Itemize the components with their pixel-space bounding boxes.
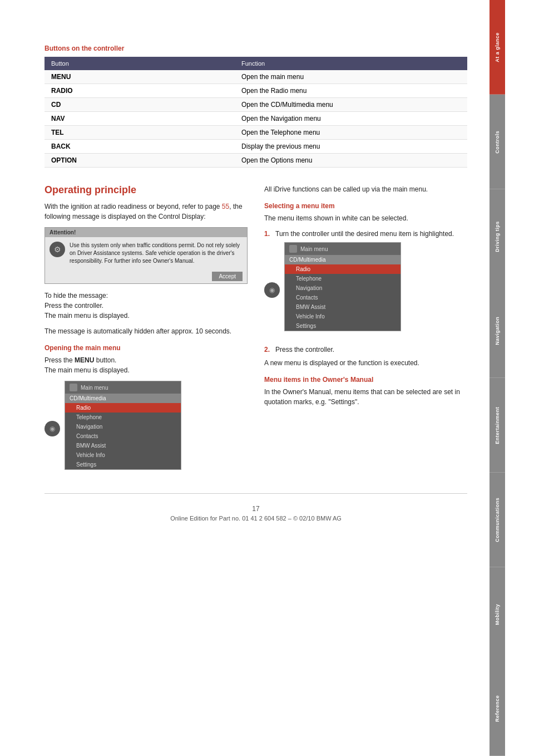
menu-screenshot-right-wrapper: ◉ Main menu CD/MultimediaRadioTelephoneN…: [264, 242, 467, 338]
opening-main-menu-heading: Opening the main menu: [44, 344, 248, 352]
button-cell: MENU: [44, 70, 235, 84]
menu-item: Contacts: [285, 293, 400, 302]
table-row: NAVOpen the Navigation menu: [44, 112, 467, 126]
step-1-num: 1.: [264, 229, 272, 239]
owners-manual-heading: Menu items in the Owner's Manual: [264, 376, 467, 384]
function-cell: Open the main menu: [235, 70, 467, 84]
attention-box: Attention! ⚙ Use this system only when t…: [44, 227, 248, 284]
function-cell: Display the previous menu: [235, 140, 467, 154]
menu-items-left: CD/MultimediaRadioTelephoneNavigationCon…: [65, 394, 181, 469]
right-column: All iDrive functions can be called up vi…: [264, 184, 467, 482]
attention-text: Use this system only when traffic condit…: [70, 242, 243, 265]
menu-item: BMW Assist: [65, 441, 181, 450]
after-step2-text: A new menu is displayed or the function …: [264, 358, 467, 368]
table-row: RADIOOpen the Radio menu: [44, 84, 467, 98]
button-cell: NAV: [44, 112, 235, 126]
step-1: 1. Turn the controller until the desired…: [264, 229, 467, 239]
sidebar-tabs: At a glance Controls Driving tips Naviga…: [490, 0, 505, 756]
menu-item: CD/Multimedia: [285, 255, 400, 264]
page-ref[interactable]: 55: [222, 203, 229, 210]
sidebar-tab-entertainment[interactable]: Entertainment: [490, 378, 505, 473]
attention-footer: Accept: [45, 269, 247, 283]
table-row: OPTIONOpen the Options menu: [44, 154, 467, 168]
intro-paragraph: With the ignition at radio readiness or …: [44, 202, 248, 222]
sidebar-tab-driving-tips[interactable]: Driving tips: [490, 189, 505, 284]
menu-item: Navigation: [285, 283, 400, 293]
page-number: 17: [44, 505, 467, 513]
sidebar-tab-controls[interactable]: Controls: [490, 95, 505, 189]
menu-header-text-right: Main menu: [300, 246, 328, 252]
steps-list-2: 2. Press the controller.: [264, 345, 467, 355]
buttons-table: Button Function MENUOpen the main menuRA…: [44, 57, 467, 168]
table-row: BACKDisplay the previous menu: [44, 140, 467, 154]
button-cell: OPTION: [44, 154, 235, 168]
sidebar-tab-reference[interactable]: Reference: [490, 661, 505, 756]
table-row: CDOpen the CD/Multimedia menu: [44, 98, 467, 112]
sidebar-tab-at-a-glance[interactable]: At a glance: [490, 0, 505, 95]
menu-screenshot-right: Main menu CD/MultimediaRadioTelephoneNav…: [284, 242, 401, 331]
operating-principle-title: Operating principle: [44, 184, 248, 196]
attention-header: Attention!: [45, 228, 247, 237]
attention-body: ⚙ Use this system only when traffic cond…: [45, 237, 247, 269]
selecting-heading: Selecting a menu item: [264, 202, 467, 210]
menu-item: Vehicle Info: [285, 312, 400, 321]
menu-item: Telephone: [65, 413, 181, 422]
menu-item: Telephone: [285, 274, 400, 283]
menu-header-right: Main menu: [285, 243, 400, 255]
menu-header-left: Main menu: [65, 381, 181, 394]
step-2: 2. Press the controller.: [264, 345, 467, 355]
menu-item: CD/Multimedia: [65, 394, 181, 403]
button-cell: CD: [44, 98, 235, 112]
menu-button-label: MENU: [75, 356, 94, 364]
sidebar: At a glance Controls Driving tips Naviga…: [490, 0, 505, 756]
table-row: TELOpen the Telephone menu: [44, 126, 467, 140]
main-content: Buttons on the controller Button Functio…: [0, 0, 490, 756]
owners-manual-text: In the Owner's Manual, menu items that c…: [264, 387, 467, 407]
menu-header-text-left: Main menu: [81, 385, 108, 391]
col-header-function: Function: [235, 57, 467, 70]
menu-items-right: CD/MultimediaRadioTelephoneNavigationCon…: [285, 255, 400, 331]
function-cell: Open the Navigation menu: [235, 112, 467, 126]
function-cell: Open the CD/Multimedia menu: [235, 98, 467, 112]
sidebar-tab-mobility[interactable]: Mobility: [490, 567, 505, 662]
function-cell: Open the Telephone menu: [235, 126, 467, 140]
menu-header-icon-right: [289, 245, 297, 253]
menu-item: Settings: [65, 460, 181, 469]
buttons-section-title: Buttons on the controller: [44, 45, 467, 52]
attention-icon: ⚙: [50, 242, 65, 257]
menu-item: Radio: [285, 264, 400, 274]
col-header-button: Button: [44, 57, 235, 70]
intro-text: With the ignition at radio readiness or …: [44, 203, 222, 210]
button-cell: BACK: [44, 140, 235, 154]
step-1-text: Turn the controller until the desired me…: [275, 229, 454, 239]
controller-icon-right: ◉: [264, 282, 280, 298]
hide-message-text: To hide the message:Press the controller…: [44, 291, 248, 321]
buttons-section: Buttons on the controller Button Functio…: [44, 45, 467, 168]
button-cell: RADIO: [44, 84, 235, 98]
opening-main-menu-text: Press the MENU button.The main menu is d…: [44, 355, 248, 375]
menu-screenshot-left: Main menu CD/MultimediaRadioTelephoneNav…: [65, 381, 181, 470]
auto-hide-text: The message is automatically hidden afte…: [44, 326, 248, 336]
copyright-text: Online Edition for Part no. 01 41 2 604 …: [44, 515, 467, 522]
sidebar-tab-communications[interactable]: Communications: [490, 473, 505, 567]
accept-button[interactable]: Accept: [212, 272, 243, 281]
table-row: MENUOpen the main menu: [44, 70, 467, 84]
page-footer: 17 Online Edition for Part no. 01 41 2 6…: [44, 493, 467, 527]
menu-screenshot-left-wrapper: ◉ Main menu CD/MultimediaRadioTelephoneN…: [44, 381, 248, 477]
menu-item: BMW Assist: [285, 302, 400, 312]
step-2-num: 2.: [264, 345, 272, 355]
button-cell: TEL: [44, 126, 235, 140]
menu-item: Contacts: [65, 431, 181, 441]
step-2-text: Press the controller.: [275, 345, 334, 355]
function-cell: Open the Radio menu: [235, 84, 467, 98]
sidebar-tab-navigation[interactable]: Navigation: [490, 283, 505, 378]
menu-item: Radio: [65, 403, 181, 413]
selecting-text: The menu items shown in white can be sel…: [264, 213, 467, 223]
steps-list: 1. Turn the controller until the desired…: [264, 229, 467, 239]
menu-item: Settings: [285, 321, 400, 331]
two-col-layout: Operating principle With the ignition at…: [44, 184, 467, 482]
menu-header-icon-left: [70, 384, 77, 391]
menu-item: Navigation: [65, 422, 181, 431]
right-intro-text: All iDrive functions can be called up vi…: [264, 184, 467, 194]
page-container: Buttons on the controller Button Functio…: [0, 0, 534, 756]
